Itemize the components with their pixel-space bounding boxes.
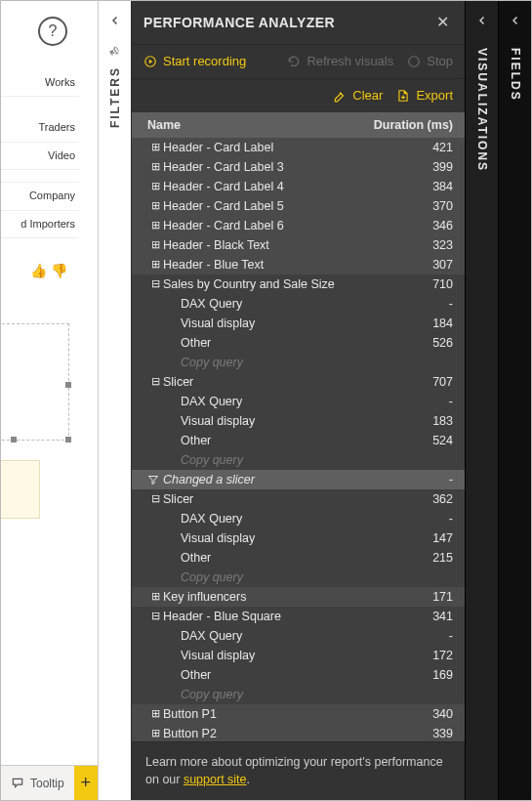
duration-value: 147: [394, 531, 453, 545]
collapse-icon[interactable]: ⊟: [147, 277, 163, 290]
tooltip-preview: 7: [1, 460, 40, 519]
duration-value: 340: [394, 707, 453, 721]
copy-query-link[interactable]: Copy query: [163, 453, 394, 467]
selected-visual[interactable]: Class is: [1, 323, 69, 441]
table-row[interactable]: Visual display147: [132, 528, 465, 548]
table-row[interactable]: DAX Query-: [132, 509, 465, 528]
filters-pane-label[interactable]: FILTERS: [108, 66, 122, 128]
clear-button[interactable]: Clear: [333, 88, 383, 103]
canvas-text-fragment: Works Traders Video Company d Importers: [1, 69, 79, 238]
expand-icon[interactable]: ⊞: [147, 707, 163, 720]
feedback-thumbs[interactable]: 👍 👎: [30, 263, 67, 278]
resize-handle[interactable]: [11, 437, 17, 443]
table-row[interactable]: Copy query: [132, 450, 465, 470]
add-page-button[interactable]: +: [74, 766, 98, 800]
expand-icon[interactable]: ⊞: [147, 727, 163, 739]
expand-icon[interactable]: ⊞: [147, 141, 163, 153]
close-panel-button[interactable]: ✕: [432, 9, 453, 35]
resize-handle[interactable]: [65, 437, 71, 443]
table-row[interactable]: ⊞Header - Card Label 4384: [132, 177, 465, 196]
results-grid[interactable]: ⊞Header - Card Label421⊞Header - Card La…: [132, 138, 465, 741]
table-row[interactable]: ⊟Slicer707: [132, 372, 465, 392]
expand-icon[interactable]: ⊞: [147, 238, 163, 251]
chevron-left-icon: [476, 15, 488, 26]
copy-query-link[interactable]: Copy query: [163, 688, 394, 701]
copy-query-link[interactable]: Copy query: [163, 356, 394, 369]
duration-value: -: [394, 512, 453, 526]
table-row[interactable]: Visual display183: [132, 411, 465, 431]
table-row[interactable]: ⊞Header - Card Label 6346: [132, 216, 465, 235]
duration-value: 171: [394, 590, 453, 604]
table-row[interactable]: DAX Query-: [132, 294, 465, 314]
table-row[interactable]: Other526: [132, 333, 465, 353]
duration-value: 384: [394, 180, 453, 193]
collapse-icon[interactable]: ⊟: [147, 492, 163, 505]
text-fragment: Traders: [1, 114, 79, 142]
thumbs-down-icon[interactable]: 👎: [51, 263, 67, 278]
page-tab-tooltip[interactable]: Tooltip: [1, 766, 74, 800]
expand-icon[interactable]: ⊞: [147, 180, 163, 192]
text-fragment: Works: [1, 69, 79, 97]
start-recording-button[interactable]: Start recording: [143, 54, 246, 68]
table-row[interactable]: ⊟Header - Blue Square341: [132, 607, 465, 626]
collapse-icon[interactable]: ⊟: [147, 610, 163, 622]
table-row[interactable]: ⊟Sales by Country and Sale Size710: [132, 274, 465, 294]
expand-icon[interactable]: ⊞: [147, 199, 163, 212]
expand-icon[interactable]: ⊞: [147, 219, 163, 232]
visual-name: Header - Blue Square: [163, 610, 394, 623]
table-row[interactable]: ⊞Header - Card Label421: [132, 138, 465, 157]
panel-title: PERFORMANCE ANALYZER: [143, 15, 335, 30]
expand-icon[interactable]: ⊞: [147, 160, 163, 173]
report-canvas: ? Works Traders Video Company d Importer…: [1, 1, 99, 800]
table-row[interactable]: Copy query: [132, 685, 465, 704]
collapse-filters-button[interactable]: [99, 1, 131, 40]
export-button[interactable]: Export: [396, 88, 453, 103]
table-row[interactable]: ⊞Key influencers171: [132, 587, 465, 607]
table-row[interactable]: Visual display172: [132, 646, 465, 665]
table-row[interactable]: ⊞Header - Black Text323: [132, 235, 465, 255]
visual-name: Header - Card Label: [163, 141, 394, 154]
filters-pane-collapsed: 🕫 FILTERS: [99, 1, 132, 800]
table-row[interactable]: ⊟Slicer362: [132, 489, 465, 509]
table-row[interactable]: Copy query: [132, 353, 465, 372]
column-name[interactable]: Name: [147, 118, 346, 132]
table-row[interactable]: DAX Query-: [132, 626, 465, 646]
column-duration[interactable]: Duration (ms): [346, 118, 453, 132]
visual-name: Header - Card Label 6: [163, 219, 394, 232]
fields-label[interactable]: FIELDS: [509, 48, 522, 102]
duration-value: 710: [394, 277, 453, 291]
duration-value: -: [394, 473, 453, 486]
table-row[interactable]: ⊞Button P2339: [132, 724, 465, 741]
visualizations-label[interactable]: VISUALIZATIONS: [475, 48, 489, 172]
table-row[interactable]: Other215: [132, 548, 465, 568]
resize-handle[interactable]: [65, 382, 71, 388]
table-row[interactable]: ⊞Button P1340: [132, 704, 465, 724]
support-link[interactable]: support site: [184, 773, 247, 786]
visual-name: Slicer: [163, 375, 394, 389]
table-row[interactable]: Changed a slicer-: [132, 470, 465, 489]
copy-query-link[interactable]: Copy query: [163, 570, 394, 584]
table-row[interactable]: ⊞Header - Card Label 3399: [132, 157, 465, 177]
text-fragment: Company: [1, 183, 79, 210]
performance-analyzer-panel: PERFORMANCE ANALYZER ✕ Start recording R…: [132, 1, 465, 800]
expand-fields-button[interactable]: [499, 1, 531, 40]
record-icon: [143, 55, 157, 68]
table-row[interactable]: Other169: [132, 665, 465, 685]
table-row[interactable]: Visual display184: [132, 314, 465, 333]
thumbs-up-icon[interactable]: 👍: [30, 263, 47, 278]
duration-value: 323: [394, 238, 453, 252]
table-row[interactable]: ⊞Header - Card Label 5370: [132, 196, 465, 216]
collapse-icon[interactable]: ⊟: [147, 375, 163, 388]
duration-value: 399: [394, 160, 453, 174]
expand-icon[interactable]: ⊞: [147, 258, 163, 271]
table-row[interactable]: ⊞Header - Blue Text307: [132, 255, 465, 274]
expand-visualizations-button[interactable]: [466, 1, 498, 40]
table-row[interactable]: Copy query: [132, 568, 465, 587]
table-row[interactable]: DAX Query-: [132, 392, 465, 411]
event-name: Changed a slicer: [163, 473, 394, 486]
table-row[interactable]: Other524: [132, 431, 465, 450]
expand-icon[interactable]: ⊞: [147, 590, 163, 603]
help-icon[interactable]: ?: [38, 17, 67, 46]
metric-name: Other: [163, 434, 394, 447]
tooltip-icon: [11, 777, 24, 790]
